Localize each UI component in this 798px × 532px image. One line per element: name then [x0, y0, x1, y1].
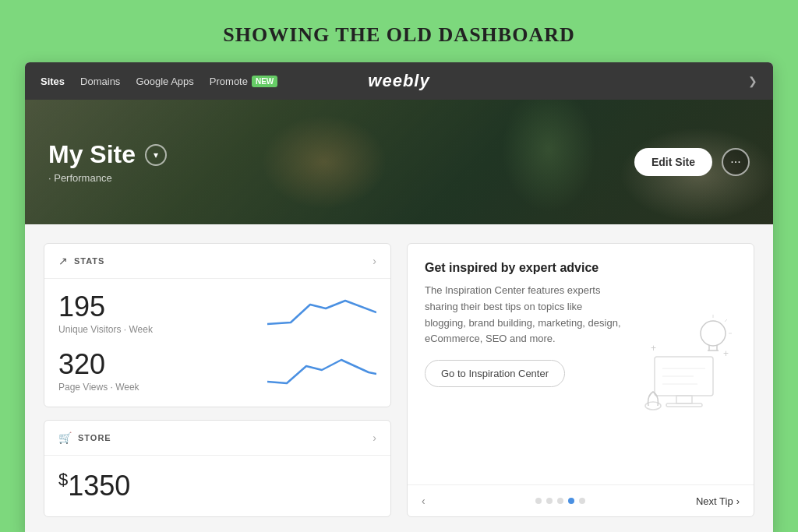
next-tip-button[interactable]: Next Tip › — [696, 495, 740, 507]
inspiration-card: Get inspired by expert advice The Inspir… — [407, 243, 754, 517]
svg-text:+: + — [723, 348, 729, 359]
unique-visitors-row: 195 Unique Visitors · Week — [58, 293, 376, 335]
next-tip-arrow-icon: › — [736, 495, 740, 507]
unique-visitors-count: 195 — [58, 293, 153, 321]
site-name-group: My Site ▾ — [48, 140, 634, 169]
svg-point-6 — [701, 321, 726, 346]
nav-chevron-icon[interactable]: ❯ — [748, 75, 757, 87]
site-dropdown-button[interactable]: ▾ — [145, 144, 167, 166]
unique-visitors-label: Unique Visitors · Week — [58, 324, 153, 335]
nav-link-domains[interactable]: Domains — [80, 76, 120, 87]
dot-1 — [535, 498, 542, 504]
stats-card-title: STATS — [74, 256, 104, 266]
inspiration-text-area: Get inspired by expert advice The Inspir… — [425, 261, 623, 467]
page-views-data: 320 Page Views · Week — [58, 351, 139, 393]
inspiration-prev-button[interactable]: ‹ — [422, 495, 425, 507]
store-card-title: STORE — [78, 433, 111, 442]
inspiration-svg: + + — [639, 314, 733, 415]
page-views-label: Page Views · Week — [58, 382, 139, 393]
edit-site-button[interactable]: Edit Site — [634, 148, 712, 176]
hero-right: Edit Site ··· — [634, 148, 750, 176]
svg-rect-1 — [676, 396, 692, 403]
stats-trending-icon: ↗ — [58, 255, 68, 267]
stats-card-body: 195 Unique Visitors · Week 320 Page View… — [44, 279, 390, 407]
inspiration-illustration: + + — [635, 261, 736, 467]
promote-new-badge: NEW — [252, 76, 277, 87]
store-cart-icon: 🛒 — [58, 432, 72, 444]
inspiration-description: The Inspiration Center features experts … — [425, 283, 623, 347]
store-card-header: 🛒 STORE › — [44, 421, 390, 456]
unique-visitors-data: 195 Unique Visitors · Week — [58, 293, 153, 335]
page-views-row: 320 Page Views · Week — [58, 351, 376, 393]
stats-card-header-left: ↗ STATS — [58, 255, 104, 267]
dot-2 — [546, 498, 553, 504]
store-card-header-left: 🛒 STORE — [58, 432, 111, 444]
nav-promote-group: Promote NEW — [210, 76, 277, 87]
more-options-button[interactable]: ··· — [722, 148, 750, 176]
inspiration-cta-button[interactable]: Go to Inspiration Center — [425, 360, 565, 387]
next-tip-label: Next Tip — [696, 495, 733, 507]
dot-indicators — [535, 498, 585, 504]
site-subtitle: · Performance — [48, 172, 634, 184]
hero-left: My Site ▾ · Performance — [48, 140, 634, 184]
page-title: SHOWING THE OLD DASHBOARD — [223, 23, 574, 47]
dot-4-active — [568, 498, 574, 504]
nav-link-sites[interactable]: Sites — [41, 76, 65, 87]
nav-link-google-apps[interactable]: Google Apps — [136, 76, 193, 87]
nav-bar: Sites Domains Google Apps Promote NEW we… — [25, 62, 773, 100]
page-views-count: 320 — [58, 351, 139, 379]
left-column: ↗ STATS › 195 Unique Visitors · Week — [44, 243, 391, 517]
nav-links: Sites Domains Google Apps Promote NEW — [41, 76, 277, 87]
nav-link-promote[interactable]: Promote — [210, 76, 248, 87]
browser-window: Sites Domains Google Apps Promote NEW we… — [25, 62, 773, 532]
store-card-arrow-icon[interactable]: › — [373, 432, 376, 444]
inspiration-card-body: Get inspired by expert advice The Inspir… — [408, 244, 754, 484]
store-amount: $1350 — [58, 470, 376, 502]
stats-card: ↗ STATS › 195 Unique Visitors · Week — [44, 243, 391, 407]
hero-section: My Site ▾ · Performance Edit Site ··· — [25, 100, 773, 224]
svg-text:+: + — [651, 343, 656, 354]
inspiration-card-footer: ‹ Next Tip › — [408, 484, 754, 516]
store-amount-value: 1350 — [68, 470, 130, 502]
dot-5 — [579, 498, 585, 504]
svg-line-11 — [725, 319, 727, 322]
weebly-logo: weebly — [368, 71, 429, 91]
unique-visitors-chart — [267, 293, 376, 332]
page-views-chart — [267, 351, 376, 389]
store-card-body: $1350 — [44, 456, 390, 516]
store-dollar-sign: $ — [58, 470, 68, 489]
right-column: Get inspired by expert advice The Inspir… — [407, 243, 754, 517]
inspiration-title: Get inspired by expert advice — [425, 261, 623, 275]
site-name-text: My Site — [48, 140, 136, 169]
stats-card-arrow-icon[interactable]: › — [373, 255, 376, 267]
main-content: ↗ STATS › 195 Unique Visitors · Week — [25, 224, 773, 532]
dot-3 — [557, 498, 563, 504]
svg-rect-2 — [666, 403, 702, 407]
store-card: 🛒 STORE › $1350 — [44, 420, 391, 517]
stats-card-header: ↗ STATS › — [44, 244, 390, 279]
